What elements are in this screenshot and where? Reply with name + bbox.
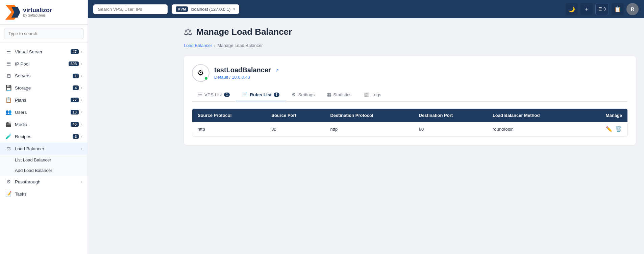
tab-statistics[interactable]: ▦ Statistics — [321, 88, 357, 101]
main-content: ⚖ Manage Load Balancer Load Balancer / M… — [176, 18, 644, 254]
ip-pool-icon: ☰ — [5, 61, 11, 67]
tab-rules-list[interactable]: 📄 Rules List 1 — [236, 88, 286, 101]
settings-tab-icon: ⚙ — [292, 92, 296, 97]
server-chevron-icon: ▾ — [233, 7, 235, 11]
vps-list-tab-label: VPS List — [204, 92, 222, 97]
sidebar-label-servers: Servers — [15, 73, 31, 78]
tabs: ☰ VPS List 1 📄 Rules List 1 ⚙ Settings ▦… — [192, 88, 628, 102]
chevron-right-icon: › — [81, 134, 82, 139]
topbar-server-selector[interactable]: KVM localhost (127.0.0.1) ▾ — [172, 4, 239, 14]
lb-external-link-icon[interactable]: ↗ — [275, 68, 279, 73]
sidebar-item-plans[interactable]: 📋 Plans 77 › — [0, 94, 88, 106]
servers-badge: 1 — [73, 74, 79, 78]
statistics-tab-icon: ▦ — [327, 92, 331, 97]
col-source-port: Source Port — [266, 109, 325, 122]
queue-count: 0 — [603, 7, 606, 11]
storage-badge: 4 — [73, 85, 79, 90]
lb-status-dot — [204, 76, 208, 80]
lb-header: ⚙ testLoadBalancer ↗ Default / 10.0.0.43 — [192, 64, 628, 82]
users-icon: 👥 — [5, 109, 11, 115]
col-dest-protocol: Destination Protocol — [325, 109, 413, 122]
users-badge: 13 — [71, 110, 79, 115]
sidebar-item-ip-pool[interactable]: ☰ IP Pool 603 › — [0, 58, 88, 70]
sidebar-label-load-balancer: Load Balancer — [15, 146, 44, 151]
lb-name: testLoadBalancer — [214, 66, 271, 74]
sidebar-subitem-list-load-balancer[interactable]: List Load Balancer — [0, 155, 88, 165]
chevron-down-icon: › — [81, 146, 82, 151]
sidebar-subitem-add-load-balancer[interactable]: Add Load Balancer — [0, 165, 88, 176]
chevron-right-icon: › — [81, 61, 82, 66]
plans-icon: 📋 — [5, 97, 11, 103]
statistics-tab-label: Statistics — [333, 92, 351, 97]
vps-list-tab-icon: ☰ — [198, 92, 202, 97]
lb-card: ⚙ testLoadBalancer ↗ Default / 10.0.0.43… — [184, 56, 636, 145]
chevron-right-icon: › — [81, 74, 82, 78]
sidebar-label-tasks: Tasks — [15, 192, 27, 197]
cell-manage: ✏️ 🗑️ — [583, 122, 627, 136]
tab-logs[interactable]: 📰 Logs — [357, 88, 387, 101]
topbar-search-input[interactable] — [93, 4, 168, 14]
recipes-icon: 🧪 — [5, 133, 11, 139]
edit-rule-button[interactable]: ✏️ — [606, 126, 613, 132]
sidebar-item-recipes[interactable]: 🧪 Recipes 2 › — [0, 130, 88, 143]
sidebar-item-storage[interactable]: 💾 Storage 4 › — [0, 82, 88, 94]
table-header-row: Source Protocol Source Port Destination … — [192, 109, 627, 122]
sidebar-item-users[interactable]: 👥 Users 13 › — [0, 106, 88, 118]
delete-rule-button[interactable]: 🗑️ — [615, 126, 622, 132]
rules-list-tab-badge: 1 — [274, 93, 280, 97]
sidebar-label-users: Users — [15, 110, 27, 115]
server-name: localhost (127.0.0.1) — [191, 7, 230, 12]
user-avatar[interactable]: R — [626, 3, 639, 15]
sidebar-item-passthrough[interactable]: ⚙ Passthrough › — [0, 176, 88, 188]
virtual-server-badge: 47 — [71, 49, 79, 54]
cell-dest-port: 80 — [414, 122, 487, 136]
sidebar-item-media[interactable]: 🎬 Media 40 › — [0, 118, 88, 130]
lb-icon-wrap: ⚙ — [192, 64, 209, 82]
sidebar-search-input[interactable] — [4, 28, 83, 39]
topbar: KVM localhost (127.0.0.1) ▾ 🌙 ＋ ☰ 0 📋 R — [88, 0, 644, 18]
page-header-icon: ⚖ — [184, 26, 192, 37]
dark-mode-button[interactable]: 🌙 — [566, 3, 578, 15]
tab-vps-list[interactable]: ☰ VPS List 1 — [192, 88, 236, 101]
logo-subtitle: By Softaculous — [23, 14, 52, 17]
col-manage: Manage — [583, 109, 627, 122]
lb-icon: ⚙ — [197, 69, 204, 77]
virtual-server-icon: ☰ — [5, 49, 11, 55]
chevron-right-icon: › — [81, 85, 82, 90]
page-header: ⚖ Manage Load Balancer — [184, 26, 636, 37]
sidebar-item-virtual-server[interactable]: ☰ Virtual Server 47 › — [0, 46, 88, 58]
sidebar-label-recipes: Recipes — [15, 134, 31, 139]
recipes-badge: 2 — [73, 134, 79, 139]
kvm-badge: KVM — [176, 6, 188, 12]
chevron-right-icon: › — [81, 122, 82, 127]
media-icon: 🎬 — [5, 121, 11, 127]
breadcrumb: Load Balancer / Manage Load Balancer — [184, 43, 636, 48]
vps-list-tab-badge: 1 — [224, 93, 230, 97]
breadcrumb-separator: / — [214, 43, 216, 48]
notes-button[interactable]: 📋 — [612, 3, 624, 15]
page-title: Manage Load Balancer — [196, 27, 292, 37]
cell-dest-protocol: http — [325, 122, 413, 136]
breadcrumb-current: Manage Load Balancer — [217, 43, 263, 48]
logs-tab-label: Logs — [371, 92, 381, 97]
sidebar-item-load-balancer[interactable]: ⚖ Load Balancer › — [0, 143, 88, 155]
sidebar-nav: ☰ Virtual Server 47 › ☰ IP Pool 603 › 🖥 … — [0, 43, 88, 254]
logs-tab-icon: 📰 — [364, 92, 369, 97]
list-icon: ☰ — [598, 7, 602, 11]
settings-tab-label: Settings — [298, 92, 315, 97]
queue-badge[interactable]: ☰ 0 — [595, 3, 609, 15]
sidebar-item-tasks[interactable]: 📝 Tasks — [0, 188, 88, 200]
ip-pool-badge: 603 — [69, 61, 79, 66]
rules-table-wrap: Source Protocol Source Port Destination … — [192, 108, 628, 137]
plans-badge: 77 — [71, 98, 79, 102]
logo-title: virtualizor — [23, 7, 52, 14]
tab-settings[interactable]: ⚙ Settings — [286, 88, 321, 101]
topbar-actions: 🌙 ＋ ☰ 0 📋 R — [566, 3, 639, 15]
rules-list-tab-icon: 📄 — [242, 92, 248, 97]
cell-source-protocol: http — [192, 122, 266, 136]
add-button[interactable]: ＋ — [580, 3, 593, 15]
col-source-protocol: Source Protocol — [192, 109, 266, 122]
lb-sub: Default / 10.0.0.43 — [214, 75, 279, 80]
breadcrumb-link[interactable]: Load Balancer — [184, 43, 212, 48]
sidebar-item-servers[interactable]: 🖥 Servers 1 › — [0, 70, 88, 82]
